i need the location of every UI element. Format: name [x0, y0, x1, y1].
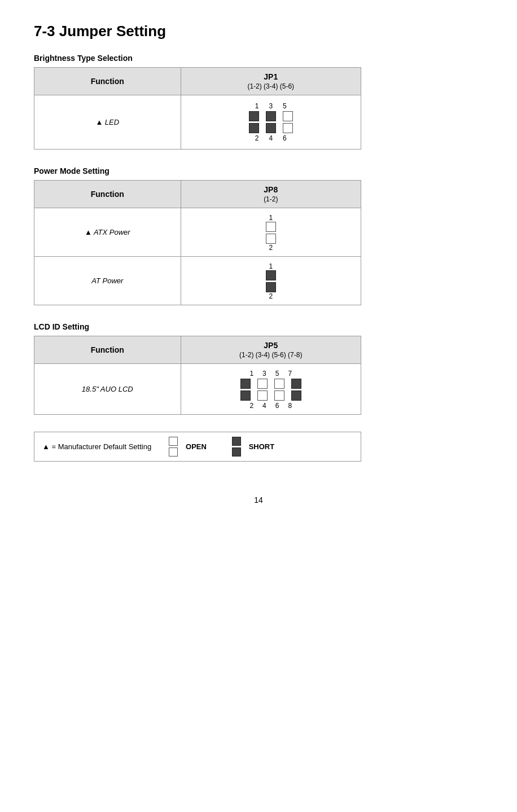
- jp5-pin8: [291, 390, 301, 401]
- jp5-pin4: [257, 390, 268, 401]
- lcd-row-auo-jumper: 1 3 5 7: [181, 364, 361, 415]
- page-number: 14: [34, 495, 483, 504]
- open-icon: [169, 437, 178, 457]
- jp5-pin3: [257, 379, 268, 389]
- jp5-col1: [240, 379, 251, 401]
- lcd-section: LCD ID Setting Function JP5 (1-2) (3-4) …: [34, 322, 483, 415]
- page-title: 7-3 Jumper Setting: [34, 23, 483, 40]
- jp1-pin4: [266, 123, 276, 133]
- jp1-top-numbers: 1 3 5: [255, 102, 287, 110]
- power-row-at-function: AT Power: [34, 257, 181, 305]
- jp1-diagram: 1 3 5: [247, 102, 295, 142]
- brightness-function-header: Function: [34, 68, 181, 95]
- jp8-atx-pins: [266, 222, 276, 244]
- jp5-pin5: [274, 379, 284, 389]
- brightness-row-1-jumper: 1 3 5: [181, 95, 361, 150]
- jp8-atx-diagram: 1 2: [266, 214, 276, 252]
- jp5-col3: [274, 379, 284, 401]
- power-row-atx-jumper: 1 2: [181, 208, 361, 257]
- short-icon: [232, 437, 241, 457]
- short-pin2: [232, 447, 241, 457]
- power-section: Power Mode Setting Function JP8 (1-2) ▲ …: [34, 166, 483, 305]
- jp1-pin5: [283, 111, 293, 121]
- jp1-pin1: [249, 111, 259, 121]
- brightness-section: Brightness Type Selection Function JP1 (…: [34, 54, 483, 150]
- jp5-pin2: [240, 390, 251, 401]
- power-function-header: Function: [34, 181, 181, 208]
- jp8-pin2-label: 2: [269, 244, 273, 252]
- brightness-row-1-function: ▲ LED: [34, 95, 181, 150]
- jp8-at-pin1-label: 1: [269, 262, 273, 270]
- jp1-pin3: [266, 111, 276, 121]
- jp8-pin2-open: [266, 234, 276, 244]
- jp5-top-numbers: 1 3 5 7: [249, 370, 292, 378]
- jp5-pin1: [240, 379, 251, 389]
- legend: ▲ = Manufacturer Default Setting OPEN SH…: [34, 432, 361, 462]
- power-section-title: Power Mode Setting: [34, 166, 483, 175]
- jp5-diagram: 1 3 5 7: [239, 370, 303, 410]
- open-label: OPEN: [186, 442, 207, 451]
- jp8-at-diagram: 1 2: [266, 262, 276, 300]
- power-row-at-jumper: 1 2: [181, 257, 361, 305]
- short-pin1: [232, 437, 241, 446]
- jp5-bottom-numbers: 2 4 6 8: [249, 402, 292, 410]
- short-label: SHORT: [249, 442, 275, 451]
- jp1-pin6: [283, 123, 293, 133]
- lcd-table: Function JP5 (1-2) (3-4) (5-6) (7-8) 18.…: [34, 336, 361, 415]
- jp8-at-pin2: [266, 282, 276, 292]
- jp1-bottom-numbers: 2 4 6: [255, 134, 287, 142]
- lcd-function-header: Function: [34, 336, 181, 364]
- jp1-col3: [283, 111, 293, 133]
- jp1-pin2: [249, 123, 259, 133]
- legend-default-marker: ▲ = Manufacturer Default Setting: [42, 442, 151, 451]
- jp5-pin7: [291, 379, 301, 389]
- lcd-section-title: LCD ID Setting: [34, 322, 483, 331]
- jp8-pin1-label: 1: [269, 214, 273, 222]
- brightness-section-title: Brightness Type Selection: [34, 54, 483, 63]
- power-jp-header: JP8 (1-2): [181, 181, 361, 208]
- brightness-jp-header: JP1 (1-2) (3-4) (5-6): [181, 68, 361, 95]
- open-pin1: [169, 437, 178, 446]
- open-pin2: [169, 447, 178, 457]
- jp5-col4: [291, 379, 301, 401]
- jp8-at-pin2-label: 2: [269, 292, 273, 300]
- jp8-at-pin1: [266, 270, 276, 280]
- jp5-col2: [257, 379, 268, 401]
- jp1-col2: [266, 111, 276, 133]
- brightness-table: Function JP1 (1-2) (3-4) (5-6) ▲ LED 1: [34, 67, 361, 150]
- jp8-at-pins: [266, 270, 276, 292]
- lcd-row-auo-function: 18.5" AUO LCD: [34, 364, 181, 415]
- jp1-col1: [249, 111, 259, 133]
- jp5-pin6: [274, 390, 284, 401]
- lcd-jp-header: JP5 (1-2) (3-4) (5-6) (7-8): [181, 336, 361, 364]
- power-row-atx-function: ▲ ATX Power: [34, 208, 181, 257]
- power-table: Function JP8 (1-2) ▲ ATX Power 1: [34, 180, 361, 305]
- jp8-pin1-open: [266, 222, 276, 232]
